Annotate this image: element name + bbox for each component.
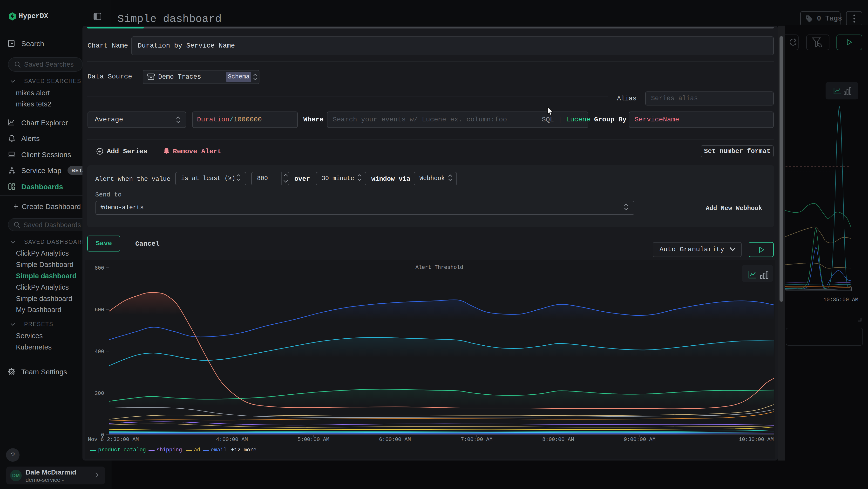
svg-text:10:35:00 AM: 10:35:00 AM [824,297,858,303]
svg-text:10:30:00 AM: 10:30:00 AM [739,437,774,443]
svg-text:5:00:00 AM: 5:00:00 AM [298,437,329,443]
svg-text:400: 400 [94,349,104,355]
svg-text:6:00:00 AM: 6:00:00 AM [379,437,411,443]
svg-text:800: 800 [94,265,104,271]
svg-text:Nov 6 2:30:00 AM: Nov 6 2:30:00 AM [88,437,138,443]
svg-text:Alert Threshold: Alert Threshold [415,264,463,270]
svg-text:600: 600 [94,307,104,313]
svg-text:9:00:00 AM: 9:00:00 AM [624,437,656,443]
svg-text:200: 200 [94,391,104,397]
svg-text:7:00:00 AM: 7:00:00 AM [461,437,493,443]
svg-text:8:00:00 AM: 8:00:00 AM [542,437,574,443]
svg-text:4:00:00 AM: 4:00:00 AM [216,437,248,443]
